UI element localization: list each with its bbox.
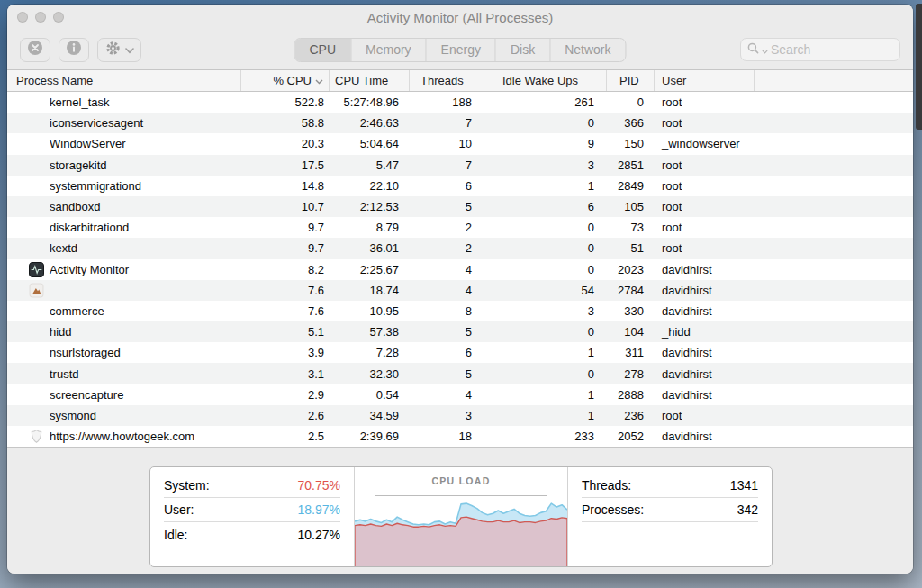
column-header-user[interactable]: User <box>655 70 755 91</box>
user-stat-row: User: 18.97% <box>164 498 340 522</box>
threads-cell: 3 <box>410 409 484 422</box>
stat-label: User: <box>164 502 194 517</box>
percent-cpu-cell: 3.9 <box>241 346 330 359</box>
process-name-cell: diskarbitrationd <box>7 220 241 235</box>
process-row[interactable]: trustd 3.1 32.30 5 0 278 davidhirst <box>7 363 913 384</box>
process-row[interactable]: iconservicesagent 58.8 2:46.63 7 0 366 r… <box>7 113 913 133</box>
cpu-time-cell: 5:04.64 <box>330 137 410 150</box>
threads-cell: 7 <box>410 158 484 172</box>
system-stat-row: System: 70.75% <box>164 474 340 498</box>
tab-network[interactable]: Network <box>549 39 625 61</box>
idle-wake-ups-cell: 0 <box>484 325 607 339</box>
process-name: sysmond <box>50 409 96 422</box>
column-header-percent-cpu[interactable]: % CPU <box>241 70 330 91</box>
processes-count-value: 342 <box>737 502 758 517</box>
process-name: iconservicesagent <box>50 116 143 130</box>
user-cell: davidhirst <box>655 367 755 381</box>
process-row[interactable]: sandboxd 10.7 2:12.53 5 6 105 root <box>7 196 913 217</box>
pid-cell: 278 <box>607 367 655 381</box>
pid-cell: 236 <box>607 409 655 422</box>
column-header-cpu-time[interactable]: CPU Time <box>330 70 410 91</box>
user-cell: davidhirst <box>655 346 755 359</box>
sort-descending-icon <box>315 74 323 87</box>
idle-wake-ups-cell: 1 <box>484 409 607 422</box>
user-cell: root <box>655 221 755 234</box>
process-row[interactable]: systemmigrationd 14.8 22.10 6 1 2849 roo… <box>7 176 913 196</box>
cpu-time-cell: 10.95 <box>330 304 410 318</box>
column-header-threads[interactable]: Threads <box>410 70 484 91</box>
percent-cpu-cell: 2.6 <box>241 409 330 422</box>
idle-wake-ups-cell: 261 <box>484 95 607 109</box>
process-name: WindowServer <box>50 137 126 150</box>
process-name-cell: kernel_task <box>7 95 241 110</box>
close-window-button[interactable] <box>17 12 28 23</box>
percent-cpu-cell: 9.7 <box>241 241 330 255</box>
page-scrollbar-thumb[interactable] <box>916 4 922 130</box>
quit-process-button[interactable] <box>20 38 50 62</box>
process-row[interactable]: Activity Monitor 8.2 2:25.67 4 0 2023 da… <box>7 259 913 280</box>
gear-icon <box>104 40 122 60</box>
graph-title-rule <box>375 495 547 496</box>
process-row[interactable]: kextd 9.7 36.01 2 0 51 root <box>7 238 913 258</box>
process-row[interactable]: https://www.howtogeek.com 2.5 2:39.69 18… <box>7 426 913 447</box>
percent-cpu-cell: 522.8 <box>241 95 330 109</box>
cpu-time-cell: 32.30 <box>330 367 410 381</box>
process-row[interactable]: diskarbitrationd 9.7 8.79 2 0 73 root <box>7 217 913 238</box>
cpu-load-chart <box>355 497 567 567</box>
inspect-process-button[interactable] <box>59 38 89 62</box>
process-row[interactable]: hidd 5.1 57.38 5 0 104 _hidd <box>7 321 913 342</box>
percent-cpu-cell: 20.3 <box>241 137 330 150</box>
process-row[interactable]: kernel_task 522.8 5:27:48.96 188 261 0 r… <box>7 92 913 113</box>
search-field[interactable] <box>740 38 900 61</box>
process-row[interactable]: commerce 7.6 10.95 8 3 330 davidhirst <box>7 301 913 321</box>
threads-cell: 4 <box>410 388 484 402</box>
idle-wake-ups-cell: 6 <box>484 200 607 213</box>
process-row[interactable]: storagekitd 17.5 5.47 7 3 2851 root <box>7 155 913 176</box>
pid-cell: 311 <box>607 346 655 359</box>
column-header-process-name[interactable]: Process Name <box>7 70 241 91</box>
process-name: hidd <box>50 325 72 339</box>
search-input[interactable] <box>771 42 893 57</box>
process-table-body: kernel_task 522.8 5:27:48.96 188 261 0 r… <box>7 92 913 447</box>
process-row[interactable]: screencapture 2.9 0.54 4 1 2888 davidhir… <box>7 384 913 405</box>
tab-memory[interactable]: Memory <box>350 39 426 61</box>
column-header-idle-wake-ups[interactable]: Idle Wake Ups <box>484 70 607 91</box>
tab-cpu[interactable]: CPU <box>294 39 350 61</box>
threads-cell: 10 <box>410 137 484 150</box>
process-table-header: Process Name % CPU CPU Time Threads Idle… <box>7 69 913 92</box>
tab-energy[interactable]: Energy <box>426 39 495 61</box>
process-row[interactable]: nsurlstoraged 3.9 7.28 6 1 311 davidhirs… <box>7 342 913 363</box>
cpu-time-cell: 8.79 <box>330 221 410 234</box>
user-cell: davidhirst <box>655 284 755 297</box>
idle-wake-ups-cell: 9 <box>484 137 607 150</box>
pid-cell: 2784 <box>607 284 655 297</box>
cpu-load-graph-title: CPU LOAD <box>355 475 567 486</box>
tab-disk[interactable]: Disk <box>495 39 549 61</box>
process-icon <box>29 387 44 403</box>
column-label: Threads <box>420 74 464 87</box>
chevron-down-icon <box>125 41 134 58</box>
minimize-window-button[interactable] <box>35 12 46 23</box>
title-bar[interactable]: Activity Monitor (All Processes) <box>7 5 913 30</box>
cpu-time-cell: 0.54 <box>330 388 410 402</box>
percent-cpu-cell: 3.1 <box>241 367 330 381</box>
zoom-window-button[interactable] <box>53 12 64 23</box>
tab-disk-label: Disk <box>511 42 535 57</box>
column-header-pid[interactable]: PID <box>607 70 655 91</box>
process-name-cell: sandboxd <box>7 199 241 214</box>
processes-count-row: Processes: 342 <box>582 498 758 522</box>
process-row[interactable]: sysmond 2.6 34.59 3 1 236 root <box>7 405 913 426</box>
threads-cell: 4 <box>410 284 484 297</box>
cpu-time-cell: 5.47 <box>330 158 410 172</box>
process-row[interactable]: 7.6 18.74 4 54 2784 davidhirst <box>7 280 913 301</box>
threads-cell: 18 <box>410 430 484 443</box>
process-row[interactable]: WindowServer 20.3 5:04.64 10 9 150 _wind… <box>7 133 913 154</box>
settings-menu-button[interactable] <box>97 38 141 62</box>
shield-icon <box>29 429 44 444</box>
tab-energy-label: Energy <box>441 42 481 57</box>
percent-cpu-cell: 2.5 <box>241 430 330 443</box>
traffic-lights <box>17 12 64 23</box>
idle-wake-ups-cell: 1 <box>484 388 607 402</box>
process-name: diskarbitrationd <box>50 221 129 234</box>
cpu-time-cell: 2:39.69 <box>330 430 410 443</box>
